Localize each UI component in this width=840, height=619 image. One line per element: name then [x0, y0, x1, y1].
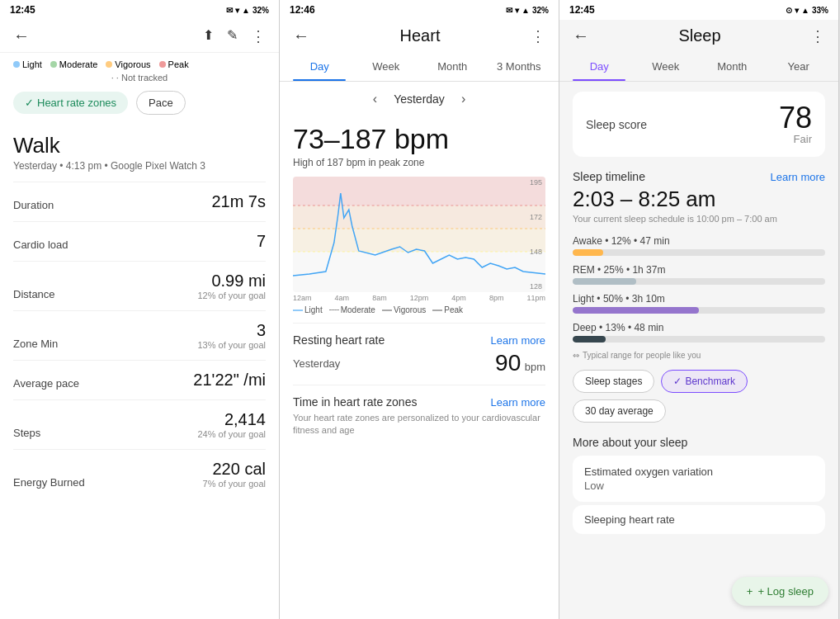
bpm-sub: High of 187 bpm in peak zone: [280, 157, 559, 177]
legend-moderate-label: Moderate: [59, 59, 97, 69]
time-in-zones-learn-more[interactable]: Learn more: [491, 396, 545, 409]
stat-duration: Duration 21m 7s: [0, 182, 279, 221]
sleep-title: Sleep: [678, 26, 720, 45]
heart-rate-zones-button[interactable]: ✓ Heart rate zones: [13, 92, 128, 114]
awake-bar-track: [573, 249, 825, 256]
sleeping-hr-card: Sleeping heart rate: [573, 505, 825, 534]
sleep-schedule: Your current sleep schedule is 10:00 pm …: [559, 214, 838, 232]
sleep-tab-month[interactable]: Month: [699, 52, 766, 81]
30day-avg-button[interactable]: 30 day average: [573, 399, 666, 423]
zone-vigorous: Vigorous: [382, 305, 426, 314]
sleep-stage-rem: REM • 25% • 1h 37m: [559, 261, 838, 290]
awake-bar-fill: [573, 249, 603, 256]
deep-bar-track: [573, 336, 825, 343]
heart-zone-legend: Light Moderate Vigorous Peak: [0, 53, 279, 73]
resting-hr-section: Resting heart rate Learn more: [280, 324, 559, 350]
heart-more-button[interactable]: ⋮: [531, 27, 545, 45]
location-icon: ⊙: [786, 6, 792, 15]
check-icon: ✓: [25, 97, 34, 109]
heart-back-button[interactable]: ←: [293, 26, 309, 45]
sleep-timeline-header: Sleep timeline Learn more: [559, 167, 838, 185]
sleep-timeline-learn-more[interactable]: Learn more: [771, 171, 825, 183]
tab-day[interactable]: Day: [286, 52, 353, 81]
sleep-view-buttons: Sleep stages ✓ Benchmark 30 day average: [559, 366, 838, 429]
log-sleep-button[interactable]: + + Log sleep: [732, 577, 828, 606]
deep-bar-fill: [573, 336, 606, 343]
rem-bar-track: [573, 278, 825, 285]
not-tracked-label: · · Not tracked: [0, 73, 279, 86]
zone-legend: Light Moderate Vigorous Peak: [280, 302, 559, 323]
time-in-zones-note: Your heart rate zones are personalized t…: [280, 412, 559, 437]
tab-3months[interactable]: 3 Months: [486, 52, 553, 81]
wifi-icon-2: ▲: [521, 6, 530, 15]
status-icons-2: ✉ ▾ ▲ 32%: [506, 6, 549, 15]
sleep-tab-day[interactable]: Day: [566, 52, 633, 81]
sleep-tab-week[interactable]: Week: [633, 52, 700, 81]
resting-hr-learn-more[interactable]: Learn more: [491, 334, 545, 347]
signal-icon: ▾: [235, 6, 239, 15]
sleep-stage-deep: Deep • 13% • 48 min: [559, 319, 838, 347]
back-button[interactable]: ←: [13, 26, 30, 45]
legend-peak: Peak: [159, 59, 189, 69]
stat-cardio-load: Cardio load 7: [0, 222, 279, 261]
next-date-button[interactable]: ›: [461, 92, 465, 106]
stat-steps: Steps 2,414 24% of your goal: [0, 400, 279, 449]
sleep-header: ← Sleep ⋮: [559, 20, 838, 52]
status-icons-1: ✉ ▾ ▲ 32%: [226, 6, 269, 15]
share-icon[interactable]: ⬆: [203, 27, 214, 45]
more-sleep-title: More about your sleep: [559, 429, 838, 452]
walk-header: ← ⬆ ✎ ⋮: [0, 20, 279, 53]
legend-vigorous: Vigorous: [106, 59, 150, 69]
stat-distance: Distance 0.99 mi 12% of your goal: [0, 262, 279, 310]
typical-range: ⇔ Typical range for people like you: [559, 347, 838, 366]
sleep-time-range: 2:03 – 8:25 am: [559, 185, 838, 214]
stat-avg-pace: Average pace 21'22" /mi: [0, 361, 279, 399]
plus-icon: +: [747, 585, 753, 598]
edit-icon[interactable]: ✎: [227, 27, 238, 45]
header-action-icons: ⬆ ✎ ⋮: [203, 27, 266, 45]
heart-tabs: Day Week Month 3 Months: [280, 52, 559, 82]
legend-moderate: Moderate: [50, 59, 97, 69]
time-2: 12:46: [290, 4, 315, 16]
heart-rate-chart: 195 172 148 128: [293, 177, 545, 292]
check-icon-sleep: ✓: [673, 376, 682, 387]
range-icon: ⇔: [573, 351, 579, 360]
tab-month[interactable]: Month: [419, 52, 486, 81]
activity-title: Walk: [0, 123, 279, 160]
zone-light: Light: [293, 305, 323, 314]
current-date: Yesterday: [394, 92, 445, 106]
pace-button[interactable]: Pace: [136, 91, 186, 115]
legend-peak-label: Peak: [168, 59, 189, 69]
chart-y-labels: 195 172 148 128: [530, 177, 542, 292]
status-bar-3: 12:45 ⊙ ▾ ▲ 33%: [559, 0, 838, 20]
legend-light: Light: [13, 59, 42, 69]
time-1: 12:45: [10, 4, 35, 16]
sleep-tab-year[interactable]: Year: [766, 52, 833, 81]
sleep-more-button[interactable]: ⋮: [810, 27, 825, 45]
time-in-zones-section: Time in heart rate zones Learn more: [280, 385, 559, 412]
battery-icon: 32%: [252, 6, 269, 15]
sleep-tabs: Day Week Month Year: [559, 52, 838, 82]
resting-hr-value-row: Yesterday 90 bpm: [280, 350, 559, 385]
prev-date-button[interactable]: ‹: [373, 92, 377, 106]
heart-rate-line: [293, 177, 545, 292]
panel-sleep: 12:45 ⊙ ▾ ▲ 33% ← Sleep ⋮ Day Week Month…: [559, 0, 839, 619]
heart-header: ← Heart ⋮: [280, 20, 559, 52]
sleep-stage-awake: Awake • 12% • 47 min: [559, 232, 838, 261]
oxygen-variation-card: Estimated oxygen variation Low: [573, 456, 825, 502]
sleep-stage-light: Light • 50% • 3h 10m: [559, 290, 838, 319]
legend-light-label: Light: [22, 59, 42, 69]
sleep-score-card: Sleep score 78 Fair: [573, 92, 825, 157]
sleep-stages-button[interactable]: Sleep stages: [573, 370, 654, 393]
status-bar-2: 12:46 ✉ ▾ ▲ 32%: [280, 0, 559, 20]
wifi-icon: ▲: [242, 6, 250, 15]
more-icon[interactable]: ⋮: [251, 27, 266, 45]
battery-icon-3: 33%: [812, 6, 828, 15]
time-3: 12:45: [569, 4, 595, 16]
benchmark-button[interactable]: ✓ Benchmark: [661, 370, 748, 393]
chart-x-labels: 12am 4am 8am 12pm 4pm 8pm 11pm: [280, 292, 559, 302]
tab-week[interactable]: Week: [353, 52, 420, 81]
sleep-back-button[interactable]: ←: [573, 26, 589, 45]
bpm-range: 73–187 bpm: [280, 116, 559, 157]
zone-moderate: Moderate: [329, 305, 375, 314]
